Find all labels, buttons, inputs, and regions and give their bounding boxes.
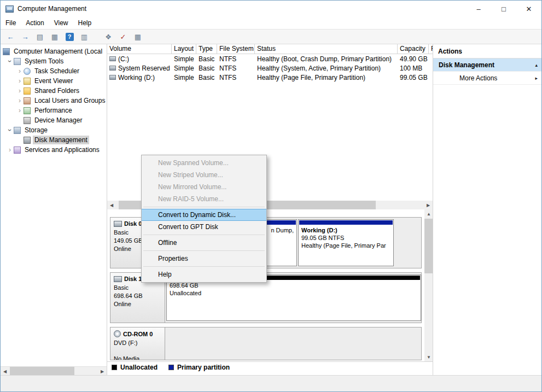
- menu-item-properties[interactable]: Properties: [142, 253, 266, 265]
- scrollbar-thumb[interactable]: [424, 219, 433, 273]
- export-list-button[interactable]: ▦: [48, 31, 61, 43]
- menu-item-new-raid5-volume: New RAID-5 Volume...: [142, 193, 266, 205]
- window-bottom-strip: [1, 375, 541, 391]
- column-header-free-space[interactable]: F: [429, 44, 433, 54]
- scroll-down-icon[interactable]: [424, 353, 433, 361]
- menu-separator: [143, 235, 265, 235]
- column-header-type[interactable]: Type: [196, 44, 217, 54]
- tree-item-local-users-groups[interactable]: Local Users and Groups: [1, 96, 107, 106]
- chevron-right-icon[interactable]: [535, 75, 538, 81]
- disk-type: Basic: [114, 284, 161, 292]
- tree-item-performance[interactable]: Performance: [1, 106, 107, 115]
- disk-management-icon: [24, 137, 31, 144]
- tree-item-system-tools[interactable]: System Tools: [1, 56, 107, 66]
- scroll-right-icon[interactable]: [98, 367, 107, 375]
- tree-item-disk-management[interactable]: Disk Management: [1, 135, 107, 145]
- chevron-collapsed-icon[interactable]: [16, 97, 23, 104]
- actions-item-label: Disk Management: [439, 61, 494, 69]
- forward-button[interactable]: →: [19, 31, 32, 43]
- tree-item-label: System Tools: [23, 57, 65, 66]
- chevron-collapsed-icon[interactable]: [16, 68, 23, 74]
- menu-view[interactable]: View: [49, 17, 73, 29]
- menu-help[interactable]: Help: [73, 17, 97, 29]
- scrollbar-thumb[interactable]: [10, 367, 74, 375]
- show-action-pane-button[interactable]: ▥: [78, 31, 91, 43]
- column-header-status[interactable]: Status: [255, 44, 398, 54]
- chevron-up-icon[interactable]: [535, 62, 538, 68]
- show-console-tree-button[interactable]: ▤: [33, 31, 46, 43]
- chevron-expanded-icon[interactable]: [7, 58, 13, 65]
- tree-item-task-scheduler[interactable]: Task Scheduler: [1, 66, 107, 76]
- scroll-up-icon[interactable]: [424, 209, 433, 218]
- menu-item-convert-to-dynamic-disk[interactable]: Convert to Dynamic Disk...: [142, 209, 266, 221]
- column-header-layout[interactable]: Layout: [172, 44, 196, 54]
- scroll-right-icon[interactable]: [424, 201, 433, 209]
- menu-file[interactable]: File: [1, 17, 21, 29]
- help-button[interactable]: ?: [63, 31, 76, 43]
- window-controls: – □ ✕: [466, 1, 541, 17]
- graphical-view-vertical-scrollbar[interactable]: [424, 209, 433, 361]
- action-pane-icon: ▥: [81, 33, 88, 41]
- scroll-left-icon[interactable]: [107, 201, 116, 209]
- tree-item-label: Disk Management: [33, 136, 89, 144]
- disk-context-menu: New Spanned Volume... New Striped Volume…: [141, 155, 267, 283]
- chevron-collapsed-icon[interactable]: [16, 78, 23, 84]
- column-header-volume[interactable]: Volume: [107, 44, 172, 54]
- tree-item-services-applications[interactable]: Services and Applications: [1, 145, 107, 155]
- tree-item-storage[interactable]: Storage: [1, 125, 107, 135]
- tree-horizontal-scrollbar[interactable]: [1, 366, 107, 375]
- menu-item-offline[interactable]: Offline: [142, 237, 266, 249]
- callout-button[interactable]: ❖: [102, 31, 115, 43]
- tree-item-computer-management[interactable]: Computer Management (Local: [1, 46, 107, 56]
- volume-type: Basic: [196, 74, 217, 81]
- menu-item-convert-to-gpt-disk[interactable]: Convert to GPT Disk: [142, 221, 266, 233]
- scroll-left-icon[interactable]: [1, 367, 9, 375]
- cdrom-0-row[interactable]: CD-ROM 0 DVD (F:) No Media: [110, 327, 422, 360]
- tree-item-shared-folders[interactable]: Shared Folders: [1, 86, 107, 96]
- primary-partition-swatch: [168, 365, 174, 370]
- actions-disk-management[interactable]: Disk Management: [433, 58, 542, 72]
- actions-panel-title: Actions: [433, 44, 542, 58]
- window-title: Computer Management: [18, 5, 86, 13]
- tree-item-label: Device Manager: [33, 116, 84, 125]
- partition-detail: 99.05 GB NTFS: [299, 234, 393, 242]
- volume-row-c[interactable]: (C:) Simple Basic NTFS Healthy (Boot, Cr…: [107, 54, 433, 63]
- toolbar: ← → ▤ ▦ ? ▥ ❖ ✓ ▦: [1, 29, 541, 44]
- menu-item-help[interactable]: Help: [142, 268, 266, 280]
- unallocated-swatch: [112, 365, 117, 370]
- volume-row-working-d[interactable]: Working (D:) Simple Basic NTFS Healthy (…: [107, 73, 433, 82]
- storage-icon: [14, 127, 21, 134]
- check-button[interactable]: ✓: [116, 31, 130, 43]
- tree-item-label: Event Viewer: [33, 77, 74, 85]
- tree-item-event-viewer[interactable]: Event Viewer: [1, 76, 107, 86]
- chevron-collapsed-icon[interactable]: [16, 107, 23, 114]
- menu-bar: File Action View Help: [1, 17, 541, 29]
- volume-row-system-reserved[interactable]: System Reserved Simple Basic NTFS Health…: [107, 63, 433, 73]
- chevron-collapsed-icon[interactable]: [7, 147, 13, 153]
- legend-label: Primary partition: [177, 364, 230, 371]
- chevron-expanded-icon[interactable]: [7, 127, 13, 133]
- volume-name: (C:): [118, 55, 129, 63]
- volume-name: Working (D:): [118, 74, 155, 81]
- tree-item-device-manager[interactable]: Device Manager: [1, 115, 107, 125]
- maximize-button[interactable]: □: [491, 1, 516, 17]
- column-header-capacity[interactable]: Capacity: [398, 44, 429, 54]
- disk-name: Disk 1: [124, 276, 142, 282]
- back-button[interactable]: ←: [4, 31, 17, 43]
- details-view-button[interactable]: ▦: [131, 31, 144, 43]
- actions-more-actions[interactable]: More Actions: [433, 72, 542, 85]
- close-button[interactable]: ✕: [516, 1, 541, 17]
- cd-rom-icon: [114, 330, 121, 337]
- export-list-icon: ▦: [51, 33, 58, 41]
- menu-action[interactable]: Action: [21, 17, 49, 29]
- chevron-collapsed-icon[interactable]: [16, 87, 23, 94]
- minimize-button[interactable]: –: [466, 1, 491, 17]
- menu-item-new-spanned-volume: New Spanned Volume...: [142, 157, 266, 169]
- title-bar: Computer Management – □ ✕: [1, 1, 541, 17]
- disk-icon: [114, 276, 122, 282]
- cdrom-0-header[interactable]: CD-ROM 0 DVD (F:) No Media: [110, 327, 165, 360]
- partition-working-d[interactable]: Working (D:) 99.05 GB NTFS Healthy (Page…: [298, 219, 394, 266]
- column-header-file-system[interactable]: File System: [217, 44, 255, 54]
- volume-type: Basic: [196, 65, 217, 72]
- event-viewer-icon: [24, 78, 31, 85]
